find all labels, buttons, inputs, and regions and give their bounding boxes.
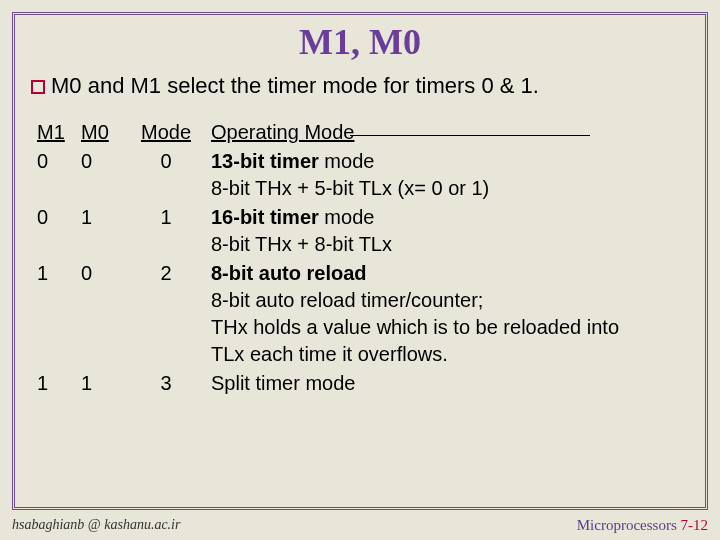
cell-mode: 2 <box>127 260 205 368</box>
bullet-icon <box>31 80 45 94</box>
slide-frame: M1, M0 M0 and M1 select the timer mode f… <box>12 12 708 510</box>
hdr-op-underline <box>350 135 590 136</box>
op-line: TLx each time it overflows. <box>211 341 619 368</box>
cell-m0: 1 <box>77 370 125 397</box>
cell-op: Split timer mode <box>207 370 623 397</box>
cell-m1: 0 <box>33 148 75 202</box>
cell-op: 13-bit timer mode8-bit THx + 5-bit TLx (… <box>207 148 623 202</box>
op-line: 16-bit timer mode <box>211 204 619 231</box>
op-line: Split timer mode <box>211 370 619 397</box>
op-rest: Split timer mode <box>211 372 356 394</box>
footer-page: 7-12 <box>681 517 709 533</box>
footer-right: Microprocessors 7-12 <box>577 517 708 534</box>
intro-line: M0 and M1 select the timer mode for time… <box>31 73 695 99</box>
cell-m0: 0 <box>77 260 125 368</box>
intro-text: M0 and M1 select the timer mode for time… <box>51 73 539 98</box>
footer: hsabaghianb @ kashanu.ac.ir Microprocess… <box>12 517 708 534</box>
table-row: 01116-bit timer mode8-bit THx + 8-bit TL… <box>33 204 623 258</box>
op-bold: 13-bit timer <box>211 150 319 172</box>
table-row: 1028-bit auto reload8-bit auto reload ti… <box>33 260 623 368</box>
hdr-op: Operating Mode <box>211 121 354 143</box>
op-line: 8-bit auto reload timer/counter; <box>211 287 619 314</box>
cell-m1: 1 <box>33 260 75 368</box>
op-line: 8-bit THx + 5-bit TLx (x= 0 or 1) <box>211 175 619 202</box>
hdr-mode: Mode <box>141 121 191 143</box>
cell-mode: 3 <box>127 370 205 397</box>
table-header-row: M1 M0 Mode Operating Mode <box>33 119 623 146</box>
cell-mode: 1 <box>127 204 205 258</box>
hdr-m0: M0 <box>81 121 109 143</box>
op-line: THx holds a value which is to be reloade… <box>211 314 619 341</box>
hdr-m1: M1 <box>37 121 65 143</box>
cell-m1: 1 <box>33 370 75 397</box>
cell-mode: 0 <box>127 148 205 202</box>
slide-title: M1, M0 <box>25 21 695 63</box>
footer-label: Microprocessors <box>577 517 677 533</box>
op-bold: 16-bit timer <box>211 206 319 228</box>
table-row: 113Split timer mode <box>33 370 623 397</box>
op-rest: mode <box>319 206 375 228</box>
cell-m1: 0 <box>33 204 75 258</box>
op-bold: 8-bit auto reload <box>211 262 367 284</box>
footer-left: hsabaghianb @ kashanu.ac.ir <box>12 517 180 534</box>
op-line: 8-bit auto reload <box>211 260 619 287</box>
cell-op: 16-bit timer mode8-bit THx + 8-bit TLx <box>207 204 623 258</box>
cell-m0: 0 <box>77 148 125 202</box>
cell-op: 8-bit auto reload8-bit auto reload timer… <box>207 260 623 368</box>
op-line: 13-bit timer mode <box>211 148 619 175</box>
mode-table: M1 M0 Mode Operating Mode 00013-bit time… <box>31 117 625 399</box>
op-rest: mode <box>319 150 375 172</box>
op-line: 8-bit THx + 8-bit TLx <box>211 231 619 258</box>
table-row: 00013-bit timer mode8-bit THx + 5-bit TL… <box>33 148 623 202</box>
cell-m0: 1 <box>77 204 125 258</box>
